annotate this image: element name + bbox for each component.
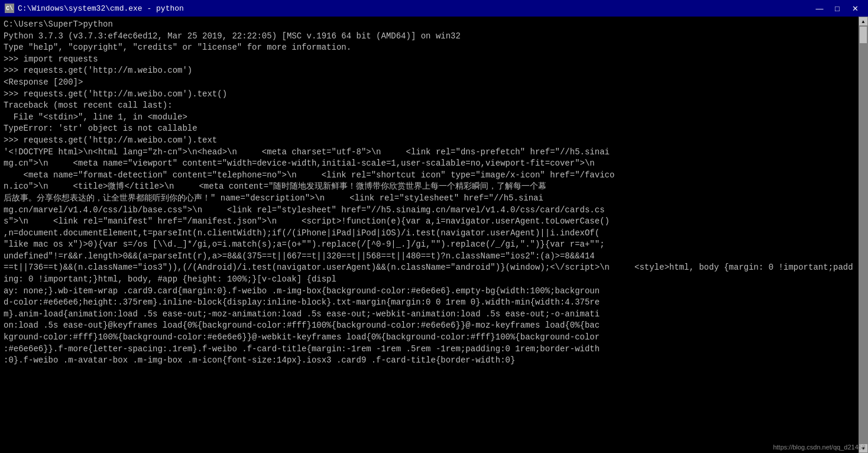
window-title: C:\Windows\system32\cmd.exe - python: [18, 4, 184, 13]
scrollbar[interactable]: ▲ ▼: [859, 17, 868, 453]
scroll-up-button[interactable]: ▲: [859, 17, 868, 26]
title-bar: C\ C:\Windows\system32\cmd.exe - python …: [0, 0, 868, 17]
cmd-icon: C\: [5, 4, 14, 13]
close-button[interactable]: ✕: [847, 2, 863, 15]
maximize-button[interactable]: □: [829, 2, 846, 15]
console-content[interactable]: C:\Users\SuperT>python Python 3.7.3 (v3.…: [0, 17, 859, 453]
console-wrapper: C:\Users\SuperT>python Python 3.7.3 (v3.…: [0, 17, 868, 453]
title-bar-controls: — □ ✕: [811, 2, 863, 15]
scroll-track[interactable]: [859, 26, 868, 444]
minimize-button[interactable]: —: [811, 2, 828, 15]
title-bar-left: C\ C:\Windows\system32\cmd.exe - python: [5, 4, 184, 13]
watermark: https://blog.csdn.net/qq_d21458: [773, 444, 866, 451]
scroll-thumb[interactable]: [859, 26, 867, 44]
window: C\ C:\Windows\system32\cmd.exe - python …: [0, 0, 868, 453]
